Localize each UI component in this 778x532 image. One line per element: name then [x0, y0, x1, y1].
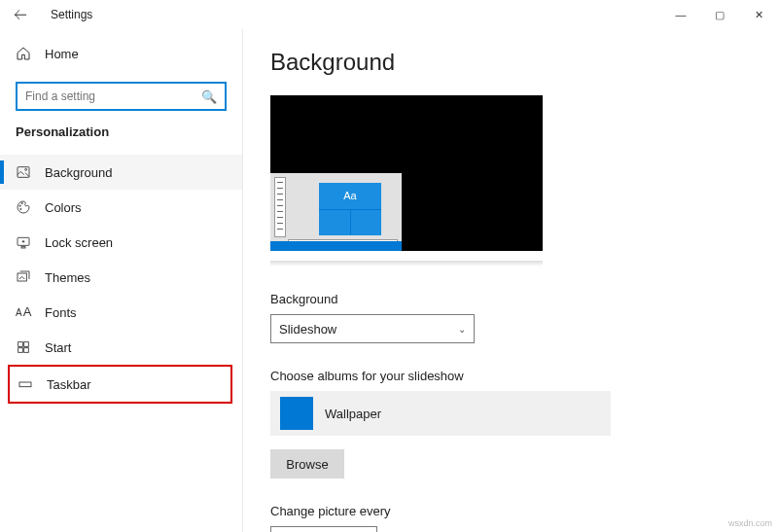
- close-button[interactable]: ✕: [739, 0, 778, 29]
- svg-point-4: [20, 208, 21, 209]
- sidebar-item-label: Fonts: [45, 305, 77, 320]
- sidebar-item-label: Taskbar: [47, 377, 91, 392]
- interval-dropdown[interactable]: 30 minutes ⌄: [270, 526, 377, 532]
- svg-rect-6: [21, 247, 25, 248]
- album-name: Wallpaper: [325, 407, 381, 421]
- sidebar-item-label: Background: [45, 165, 112, 180]
- chevron-down-icon: ⌄: [458, 324, 466, 335]
- window-title: Settings: [51, 8, 92, 21]
- home-label: Home: [45, 47, 79, 61]
- svg-rect-9: [24, 342, 29, 347]
- sidebar-item-label: Themes: [45, 270, 90, 285]
- content-pane: Background Aa Background Slideshow ⌄: [243, 29, 778, 532]
- search-input[interactable]: 🔍: [16, 82, 227, 111]
- svg-rect-10: [18, 348, 23, 353]
- svg-point-1: [25, 168, 27, 170]
- desktop-preview: Aa: [270, 95, 543, 251]
- palette-icon: [16, 199, 31, 215]
- sidebar-item-colors[interactable]: Colors: [0, 190, 242, 225]
- lock-icon: [16, 234, 31, 250]
- sidebar: Home 🔍 Personalization Background Colors: [0, 29, 243, 532]
- section-heading: Personalization: [0, 124, 242, 139]
- background-value: Slideshow: [279, 322, 336, 337]
- maximize-button[interactable]: ▢: [700, 0, 739, 29]
- home-nav[interactable]: Home: [0, 37, 242, 70]
- svg-point-2: [19, 205, 20, 206]
- albums-label: Choose albums for your slideshow: [270, 369, 751, 383]
- browse-button[interactable]: Browse: [270, 449, 344, 479]
- background-dropdown[interactable]: Slideshow ⌄: [270, 314, 475, 343]
- svg-rect-7: [18, 273, 26, 281]
- svg-rect-8: [18, 342, 23, 347]
- svg-point-3: [21, 202, 22, 203]
- sidebar-item-taskbar[interactable]: Taskbar: [8, 365, 232, 404]
- themes-icon: [16, 269, 31, 285]
- start-icon: [16, 339, 31, 355]
- search-icon: 🔍: [201, 89, 217, 104]
- album-thumbnail: [280, 397, 313, 430]
- fonts-icon: AA: [16, 304, 31, 320]
- home-icon: [16, 46, 31, 61]
- watermark: wsxdn.com: [728, 518, 772, 528]
- page-title: Background: [270, 49, 751, 76]
- sidebar-item-lockscreen[interactable]: Lock screen: [0, 225, 242, 260]
- svg-rect-11: [24, 348, 29, 353]
- back-button[interactable]: 🡠: [8, 5, 33, 24]
- sidebar-item-start[interactable]: Start: [0, 330, 242, 365]
- taskbar-icon: [18, 376, 33, 392]
- svg-rect-12: [19, 382, 31, 387]
- svg-rect-0: [18, 167, 29, 178]
- sidebar-item-label: Lock screen: [45, 235, 113, 250]
- titlebar: 🡠 Settings ― ▢ ✕: [0, 0, 778, 29]
- sidebar-item-fonts[interactable]: AA Fonts: [0, 295, 242, 330]
- search-field[interactable]: [25, 89, 191, 103]
- preview-text: Aa: [319, 183, 381, 209]
- sidebar-item-label: Colors: [45, 200, 82, 215]
- sidebar-item-themes[interactable]: Themes: [0, 260, 242, 295]
- sidebar-item-background[interactable]: Background: [0, 155, 242, 190]
- background-label: Background: [270, 292, 751, 306]
- interval-label: Change picture every: [270, 504, 751, 518]
- album-item[interactable]: Wallpaper: [270, 391, 611, 436]
- minimize-button[interactable]: ―: [661, 0, 700, 29]
- picture-icon: [16, 164, 31, 180]
- sidebar-item-label: Start: [45, 340, 71, 355]
